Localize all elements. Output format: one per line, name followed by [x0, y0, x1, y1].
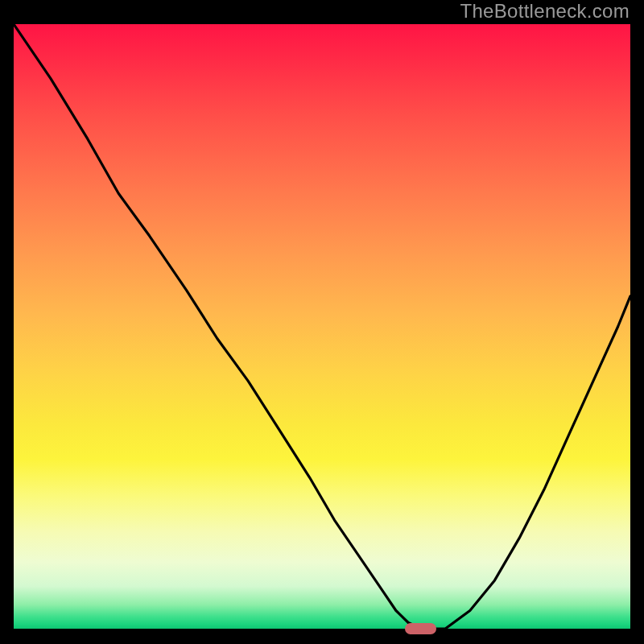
- chart-frame: TheBottleneck.com: [0, 0, 644, 644]
- optimum-marker: [405, 623, 437, 634]
- watermark-text: TheBottleneck.com: [460, 0, 630, 23]
- bottleneck-curve: [14, 24, 630, 629]
- curve-path: [14, 24, 630, 629]
- plot-area: [14, 24, 630, 629]
